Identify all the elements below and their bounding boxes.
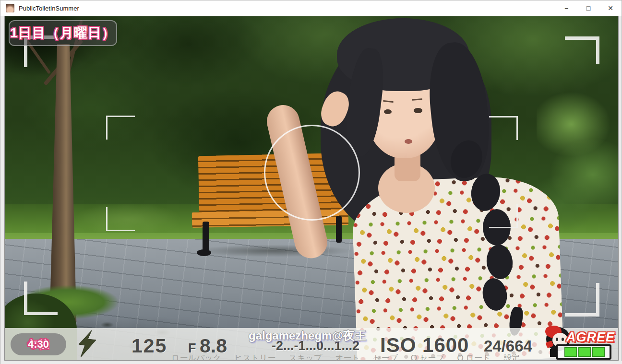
focus-frame-top-left xyxy=(106,116,135,140)
battery-step xyxy=(550,349,557,357)
menu-item-history[interactable]: ヒストリー xyxy=(234,352,276,361)
day-badge-text: 1日目（月曜日） xyxy=(10,24,116,42)
window-controls: − □ ✕ xyxy=(555,0,622,16)
mascot-eye xyxy=(556,338,558,341)
menu-item-skip[interactable]: スキップ xyxy=(289,352,323,361)
viewfinder-corner-top-right xyxy=(565,36,599,64)
agree-gauge: AGREE xyxy=(543,326,616,361)
focus-frame-top-right xyxy=(489,116,518,140)
viewfinder-corner-bottom-left xyxy=(24,282,58,315)
title-bar: PublicToiletInSummer − □ ✕ xyxy=(0,0,622,16)
maximize-button[interactable]: □ xyxy=(577,0,599,16)
window-bottom-strip xyxy=(0,361,622,364)
time-badge: 午後 4:30 xyxy=(11,333,66,355)
agree-battery xyxy=(556,344,611,360)
girl-eye xyxy=(384,109,392,114)
battery-cell xyxy=(578,347,591,357)
viewfinder-corner-bottom-right xyxy=(565,283,599,317)
girl-eye xyxy=(414,108,422,113)
menu-item-rollback[interactable]: ロールバック xyxy=(171,352,221,361)
battery-cell xyxy=(564,347,577,357)
quick-menu: ロールバック ヒストリー スキップ オート セーブ Q.セーブ Q.ロード 設定 xyxy=(171,352,520,361)
app-icon xyxy=(6,4,14,12)
agree-label: AGREE xyxy=(566,330,615,345)
focus-frame-bottom-left xyxy=(106,207,135,231)
menu-item-save[interactable]: セーブ xyxy=(373,352,398,361)
app-window: PublicToiletInSummer − □ ✕ xyxy=(0,0,622,364)
shutter-speed: 125 xyxy=(132,335,167,357)
close-button[interactable]: ✕ xyxy=(599,0,622,16)
girl-mouth xyxy=(405,139,412,144)
window-title: PublicToiletInSummer xyxy=(19,5,79,12)
battery-cell xyxy=(592,347,605,357)
focus-frame-bottom-right xyxy=(489,204,518,228)
menu-item-qsave[interactable]: Q.セーブ xyxy=(411,352,444,361)
game-viewport[interactable]: 1日目（月曜日） 午後 4:30 125 F 8.8 -2...-1...0..… xyxy=(4,16,619,361)
menu-item-auto[interactable]: オート xyxy=(335,352,360,361)
day-badge: 1日目（月曜日） xyxy=(9,20,117,46)
watermark: galgamezhegm@夜王 xyxy=(249,328,366,343)
menu-item-qload[interactable]: Q.ロード xyxy=(457,352,491,361)
camera-hud-bar: 午後 4:30 125 F 8.8 -2...-1...0...1...2 IS… xyxy=(5,328,619,361)
menu-item-settings[interactable]: 設定 xyxy=(503,352,520,361)
minimize-button[interactable]: − xyxy=(555,0,577,16)
viewfinder-circle xyxy=(264,125,360,221)
time-clock: 4:30 xyxy=(28,338,49,351)
mascot-eye xyxy=(562,338,564,341)
